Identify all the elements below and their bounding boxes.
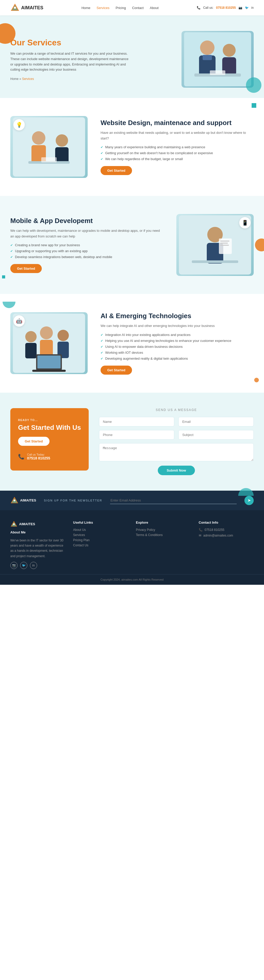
footer-email-address[interactable]: admin@aimaites.com — [204, 534, 233, 537]
nav-about[interactable]: About — [150, 6, 159, 10]
svg-rect-25 — [192, 260, 238, 263]
footer-links-title: Useful Links — [73, 520, 129, 524]
deco-orange-right — [255, 239, 264, 251]
service1-row: 💡 Website Design, maintenace and support… — [10, 116, 254, 178]
footer-col-logo-icon — [10, 520, 17, 528]
service2-point-2: Upgrading or supporting you with an exis… — [10, 249, 164, 253]
footer-explore-col: Explore Privacy Policy Terms & Condition… — [136, 520, 191, 569]
footer-privacy[interactable]: Privacy Policy — [136, 528, 191, 531]
cta-get-started-button[interactable]: Get Started — [18, 437, 49, 446]
footer-contact-phone: 📞 07518 810255 — [199, 528, 254, 531]
footer-link-contact[interactable]: Contact Us — [73, 544, 129, 547]
service3-point-4: Working with IOT devices — [100, 351, 254, 355]
linkedin-icon[interactable]: in — [251, 6, 254, 10]
logo-icon — [10, 3, 20, 13]
hero-title: Our Services — [10, 38, 129, 48]
instagram-icon[interactable]: 📷 — [239, 6, 242, 10]
service3-row: 🤖 AI & Emerging Technologies We can help… — [10, 312, 254, 375]
service3-points: Integration AI into your existing applic… — [100, 333, 254, 360]
contact-subject-input[interactable] — [178, 430, 254, 440]
footer-phone-number[interactable]: 07518 810255 — [205, 528, 224, 531]
svg-point-12 — [32, 131, 45, 145]
newsletter-submit-button[interactable]: ➤ — [244, 496, 254, 505]
footer-explore-title: Explore — [136, 520, 191, 524]
copyright-text: Copyright 2024, aimaites.com All Rights … — [100, 578, 164, 581]
breadcrumb-current: Services — [22, 77, 34, 81]
twitter-icon[interactable]: 🐦 — [245, 6, 249, 10]
nav-contact[interactable]: Contact — [132, 6, 143, 10]
svg-rect-6 — [203, 55, 212, 60]
service1-point-3: We can help regardless of the budget, la… — [100, 157, 254, 161]
footer-about-col: AIMAITES About Me We've been in the IT s… — [10, 520, 65, 569]
svg-rect-34 — [37, 356, 60, 368]
footer-col-logo-text: AIMAITES — [19, 522, 35, 526]
form-row-2 — [99, 430, 254, 440]
nav-services[interactable]: Services — [97, 6, 110, 10]
nav-right: 📞 Call us: 07518 810255 📷 🐦 in — [197, 6, 254, 10]
service3-cta-button[interactable]: Get Started — [100, 366, 132, 375]
svg-rect-24 — [220, 245, 229, 246]
service3-icon: 🤖 — [16, 318, 22, 324]
footer-contact-col: Contact Info 📞 07518 810255 ✉ admin@aima… — [199, 520, 254, 569]
service1-point-1: Many years of experience building and ma… — [100, 145, 254, 149]
cta-box: READY TO... Get Started With Us Get Star… — [10, 408, 89, 471]
footer-link-services[interactable]: Services — [73, 533, 129, 537]
social-twitter[interactable]: 🐦 — [20, 562, 27, 569]
service2-icon: 📱 — [242, 220, 248, 226]
svg-point-41 — [13, 523, 15, 525]
service1-image: 💡 — [10, 116, 87, 178]
service2-content: Mobile & App Developemt We can help with… — [10, 217, 164, 273]
service1-cta-button[interactable]: Get Started — [100, 166, 132, 175]
breadcrumb-home[interactable]: Home — [10, 77, 19, 81]
cta-phone[interactable]: 07518 810255 — [27, 456, 50, 460]
deco-orange-dot-br — [254, 378, 259, 382]
footer-terms[interactable]: Terms & Conditions — [136, 533, 191, 537]
service3-title: AI & Emerging Technologies — [100, 312, 254, 320]
footer-phone-icon: 📞 — [199, 528, 203, 531]
hero-title-plain: Our — [10, 38, 27, 47]
cta-ready-label: READY TO... — [18, 418, 81, 422]
svg-point-29 — [40, 326, 53, 339]
contact-submit-button[interactable]: Submit Now — [158, 466, 195, 475]
deco-dot-1 — [251, 103, 256, 108]
nav-call-label: Call us: — [203, 6, 213, 10]
service1-points: Many years of experience building and ma… — [100, 145, 254, 161]
service3-content: AI & Emerging Technologies We can help i… — [100, 312, 254, 375]
footer-link-about[interactable]: About Us — [73, 528, 129, 531]
footer-contact-email: ✉ admin@aimaites.com — [199, 534, 254, 537]
contact-name-input[interactable] — [99, 417, 174, 426]
service2-image: 📱 — [177, 214, 254, 276]
footer-logo: AIMAITES — [10, 496, 36, 504]
service3-point-5: Developing augmented reality & digital t… — [100, 356, 254, 360]
footer-col-logo: AIMAITES — [10, 520, 65, 528]
service1-icon: 💡 — [16, 122, 22, 128]
service2-row: 📱 Mobile & App Developemt We can help wi… — [10, 214, 254, 276]
service3-description: We can help integrate AI and other emerg… — [100, 323, 254, 328]
service3-section: 🤖 AI & Emerging Technologies We can help… — [0, 294, 264, 393]
hero-title-highlight: Services — [27, 38, 61, 47]
svg-point-27 — [25, 331, 37, 342]
footer-bottom: Copyright 2024, aimaites.com All Rights … — [0, 574, 264, 585]
logo[interactable]: AIMAITES — [10, 3, 43, 13]
service3-image: 🤖 — [10, 312, 87, 374]
nav-phone[interactable]: 07518 810255 — [216, 6, 236, 10]
service1-content: Website Design, maintenace and support H… — [100, 119, 254, 175]
newsletter-email-input[interactable] — [110, 497, 237, 504]
contact-message-textarea[interactable] — [99, 443, 254, 461]
social-linkedin[interactable]: in — [30, 562, 37, 569]
social-instagram[interactable]: 📷 — [10, 562, 17, 569]
nav-pricing[interactable]: Pricing — [116, 6, 126, 10]
logo-text: AIMAITES — [21, 5, 43, 11]
service2-description: We can help with development, maintenanc… — [10, 228, 164, 239]
service2-point-3: Develop seamless integrations between we… — [10, 255, 164, 259]
service3-point-1: Integration AI into your existing applic… — [100, 333, 254, 337]
newsletter-label: SIGN UP FOR THE NEWSLETTER — [44, 499, 102, 502]
service2-cta-button[interactable]: Get Started — [10, 264, 42, 273]
footer-link-pricing[interactable]: Pricing Plan — [73, 538, 129, 542]
deco-teal-bottom-right — [246, 77, 261, 93]
nav-home[interactable]: Home — [81, 6, 91, 10]
contact-phone-input[interactable] — [99, 430, 174, 440]
contact-email-input[interactable] — [178, 417, 254, 426]
breadcrumb: Home » Services — [10, 77, 129, 81]
service1-title: Website Design, maintenace and support — [100, 119, 254, 127]
